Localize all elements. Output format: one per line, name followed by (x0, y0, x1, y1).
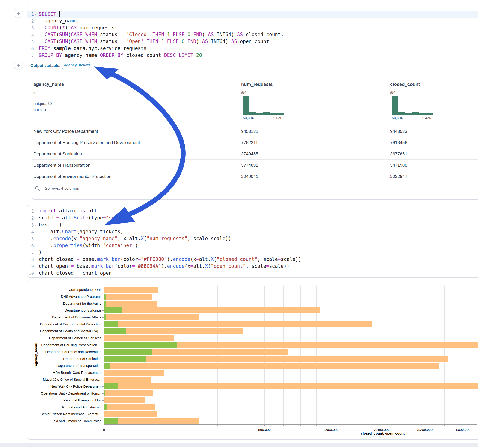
open-count-bar[interactable] (104, 363, 110, 369)
open-count-bar[interactable] (104, 307, 122, 313)
gridline (217, 286, 218, 424)
gridline (370, 286, 370, 424)
code-text: FROM sample_data.nyc.service_requests (39, 46, 147, 51)
gridline (435, 286, 435, 424)
y-tick-mark (102, 373, 104, 373)
open-count-bar[interactable] (104, 418, 118, 424)
closed-count-bar[interactable] (104, 300, 157, 306)
sql-line-3[interactable]: 3 COUNT(*) AS num_requests, (27, 25, 478, 31)
closed-count-bar[interactable] (104, 397, 145, 403)
open-count-bar[interactable] (104, 300, 106, 306)
column-header-num_requests[interactable]: num_requests (241, 82, 273, 87)
add-cell-button-top[interactable]: + (14, 8, 23, 18)
x-tick-label: 4,000,000 (455, 428, 471, 432)
open-count-bar[interactable] (104, 349, 152, 355)
closed-count-bar[interactable] (104, 314, 199, 320)
open-count-bar[interactable] (104, 328, 126, 334)
table-cell: 2222847 (390, 174, 407, 179)
python-line-8[interactable]: 8chart_closed = base.mark_bar(color="#FF… (27, 256, 478, 263)
y-tick-mark (102, 393, 104, 394)
python-line-5[interactable]: 5 .encode(y="agency_name", x=alt.X("num_… (27, 236, 478, 243)
sql-line-1[interactable]: 1∨SELECT (27, 11, 478, 18)
closed-count-bar[interactable] (104, 307, 320, 313)
closed-count-bar[interactable] (104, 321, 372, 327)
y-tick-mark (102, 297, 104, 297)
gridline (301, 286, 301, 424)
python-line-6[interactable]: 6 .properties(width="container") (27, 243, 478, 249)
closed-count-bar[interactable] (104, 404, 155, 410)
closed-count-bar[interactable] (104, 390, 153, 396)
y-category-label: Department of Sanitation (39, 357, 101, 361)
add-cell-button-middle[interactable]: + (14, 61, 23, 70)
column-header-agency_name[interactable]: agency_name (33, 82, 64, 87)
y-category-label: Department of Buildings (39, 308, 101, 312)
y-category-label: HRA Benefit Card Replacement (39, 371, 101, 374)
table-row[interactable]: Department of Housing Preservation and D… (32, 137, 478, 148)
x-major-tick (264, 424, 265, 426)
sql-line-4[interactable]: 4 CAST(SUM(CASE WHEN status = 'Closed' T… (27, 31, 478, 38)
sql-line-7[interactable]: 7GROUP BY agency_name ORDER BY closed_co… (27, 52, 478, 59)
gridline (425, 286, 425, 424)
histogram-max-label: 9.5e6 (273, 116, 282, 120)
open-count-bar[interactable] (104, 314, 106, 320)
table-row[interactable]: Department of Environmental Protection22… (32, 171, 478, 182)
line-number: 5 (27, 236, 34, 241)
code-text: alt.Chart(agency_tickets) (39, 229, 123, 234)
python-line-9[interactable]: 9chart_open = base.mark_bar(color="#8BC3… (27, 263, 478, 270)
y-tick-mark (102, 386, 104, 387)
closed-count-bar[interactable] (104, 294, 152, 300)
python-line-7[interactable]: 7) (27, 249, 478, 256)
python-line-3[interactable]: 3∨base = ( (27, 222, 478, 229)
output-variable-pill[interactable]: agency_tickets (62, 62, 90, 69)
python-line-1[interactable]: 1import altair as alt (27, 208, 478, 215)
column-histogram (391, 96, 433, 115)
open-count-bar[interactable] (104, 404, 107, 410)
closed-count-bar[interactable] (104, 335, 174, 341)
table-cell: Department of Housing Preservation and D… (33, 140, 140, 145)
next-cell-stub (30, 447, 478, 448)
y-category-label: Department of Environmental Protection (39, 322, 101, 326)
closed-count-bar[interactable] (104, 356, 448, 362)
y-category-label: New York City Police Department (39, 384, 101, 388)
closed-count-bar[interactable] (104, 384, 478, 389)
open-count-bar[interactable] (104, 321, 118, 327)
closed-count-bar[interactable] (104, 363, 439, 369)
table-row[interactable]: Department of Sanitation37494853677651 (32, 148, 478, 160)
line-number: 8 (27, 257, 34, 262)
fold-caret-icon[interactable]: ∨ (35, 13, 37, 16)
y-category-label: Senior Citizen Rent Increase Exempti… (39, 412, 101, 416)
closed-count-bar[interactable] (104, 377, 151, 383)
closed-count-bar[interactable] (104, 370, 164, 376)
open-count-bar[interactable] (104, 390, 105, 396)
code-text: SELECT (39, 11, 60, 17)
python-line-10[interactable]: 10chart_closed + chart_open (27, 270, 478, 277)
code-text: CAST(SUM(CASE WHEN status = 'Open' THEN … (39, 39, 269, 44)
closed-count-bar[interactable] (104, 411, 157, 417)
gridline (331, 286, 331, 424)
closed-count-bar[interactable] (104, 287, 158, 293)
line-number: 5 (27, 39, 34, 44)
column-stat: unique: 20 (33, 101, 52, 106)
gridline (415, 286, 415, 424)
fold-caret-icon[interactable]: ∨ (35, 224, 37, 227)
y-category-label: Refunds and Adjustments (39, 405, 101, 409)
sql-line-6[interactable]: 6FROM sample_data.nyc.service_requests (27, 45, 478, 52)
code-text: scale = alt.Scale(type="sqrt") (39, 215, 126, 221)
x-tick-label: 3,200,000 (417, 428, 433, 432)
line-number: 1 (27, 12, 34, 17)
line-number: 2 (27, 19, 34, 24)
open-count-bar[interactable] (104, 356, 146, 362)
table-row[interactable]: Department of Transportation377489234719… (32, 160, 478, 171)
open-count-bar[interactable] (104, 342, 177, 348)
table-cell: Department of Sanitation (33, 151, 82, 156)
open-count-bar[interactable] (104, 384, 118, 389)
closed-count-bar[interactable] (104, 418, 199, 424)
open-count-bar[interactable] (104, 294, 106, 300)
table-row[interactable]: New York City Police Department945313194… (32, 126, 478, 137)
sql-line-5[interactable]: 5 CAST(SUM(CASE WHEN status = 'Open' THE… (27, 38, 478, 45)
sql-line-2[interactable]: 2 agency_name, (27, 18, 478, 25)
python-line-2[interactable]: 2scale = alt.Scale(type="sqrt") (27, 215, 478, 222)
python-line-4[interactable]: 4 alt.Chart(agency_tickets) (27, 229, 478, 236)
column-header-closed_count[interactable]: closed_count (390, 82, 420, 87)
code-text: base = ( (39, 222, 62, 227)
